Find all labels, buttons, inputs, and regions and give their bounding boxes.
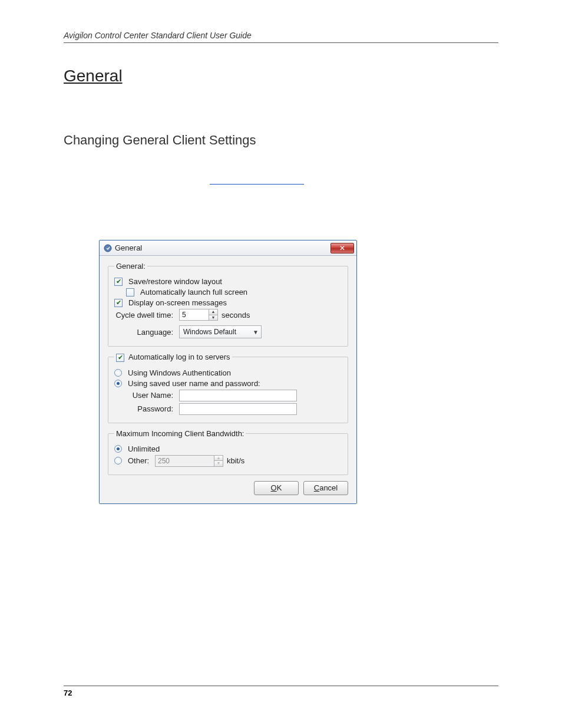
language-value: Windows Default — [183, 328, 236, 336]
dwell-unit: seconds — [222, 311, 250, 319]
other-bw-radio[interactable] — [114, 457, 122, 465]
auto-login-legend: ✔ Automatically log in to servers — [114, 353, 232, 362]
dialog-title: General — [115, 243, 142, 252]
sub-section-title: Changing General Client Settings — [64, 133, 498, 148]
username-input[interactable] — [179, 390, 297, 401]
link-placeholder — [210, 176, 304, 185]
running-header: Avigilon Control Center Standard Client … — [64, 31, 498, 43]
spin-up-icon[interactable]: ▲ — [209, 309, 217, 315]
close-icon: ✕ — [339, 244, 345, 252]
spin-down-icon: ▼ — [214, 461, 223, 466]
unlimited-radio[interactable] — [114, 445, 122, 453]
auto-login-group: ✔ Automatically log in to servers Using … — [108, 353, 348, 423]
chevron-down-icon: ▼ — [253, 329, 259, 335]
language-label: Language: — [114, 328, 173, 337]
auto-login-checkbox[interactable]: ✔ — [116, 354, 124, 362]
auto-fullscreen-checkbox[interactable] — [126, 288, 134, 297]
dwell-time-spinner[interactable]: ▲ ▼ — [179, 309, 218, 321]
display-messages-checkbox[interactable]: ✔ — [114, 299, 123, 307]
save-restore-label: Save/restore window layout — [128, 277, 222, 286]
bandwidth-group: Maximum Incoming Client Bandwidth: Unlim… — [108, 429, 348, 475]
saved-cred-label: Using saved user name and password: — [128, 379, 260, 388]
close-button[interactable]: ✕ — [330, 243, 354, 253]
windows-auth-label: Using Windows Authentication — [128, 368, 231, 377]
password-label: Password: — [126, 404, 173, 413]
dialog-titlebar[interactable]: General ✕ — [100, 241, 356, 256]
other-bw-spin-buttons: ▲ ▼ — [214, 455, 223, 467]
other-bw-input — [155, 455, 214, 467]
other-bw-label: Other: — [128, 456, 151, 465]
password-input[interactable] — [179, 403, 297, 415]
svg-point-0 — [104, 245, 111, 252]
general-legend: General: — [114, 262, 147, 271]
general-group: General: ✔ Save/restore window layout Au… — [108, 262, 348, 347]
other-bw-spinner: ▲ ▼ — [155, 455, 223, 467]
dwell-time-label: Cycle dwell time: — [114, 311, 173, 319]
unlimited-label: Unlimited — [128, 444, 160, 453]
display-messages-label: Display on-screen messages — [128, 298, 227, 307]
auto-login-legend-text: Automatically log in to servers — [128, 353, 230, 361]
bandwidth-legend: Maximum Incoming Client Bandwidth: — [114, 429, 246, 438]
dwell-time-input[interactable] — [179, 309, 209, 321]
other-bw-unit: kbit/s — [227, 456, 244, 465]
section-title: General — [64, 67, 498, 85]
username-label: User Name: — [126, 391, 173, 400]
page-footer: 72 — [64, 686, 498, 697]
language-select[interactable]: Windows Default ▼ — [179, 325, 262, 338]
dwell-spin-buttons[interactable]: ▲ ▼ — [209, 309, 218, 321]
spin-up-icon: ▲ — [214, 456, 223, 462]
spin-down-icon[interactable]: ▼ — [209, 315, 217, 321]
windows-auth-radio[interactable] — [114, 369, 122, 377]
save-restore-checkbox[interactable]: ✔ — [114, 278, 123, 286]
app-icon — [103, 243, 113, 253]
saved-cred-radio[interactable] — [114, 380, 122, 387]
page-number: 72 — [64, 689, 72, 697]
cancel-button[interactable]: Cancel — [303, 481, 348, 495]
auto-fullscreen-label: Automatically launch full screen — [140, 288, 247, 297]
general-dialog: General ✕ General: ✔ Save/restore window… — [99, 240, 357, 504]
ok-button[interactable]: OK — [254, 481, 299, 495]
